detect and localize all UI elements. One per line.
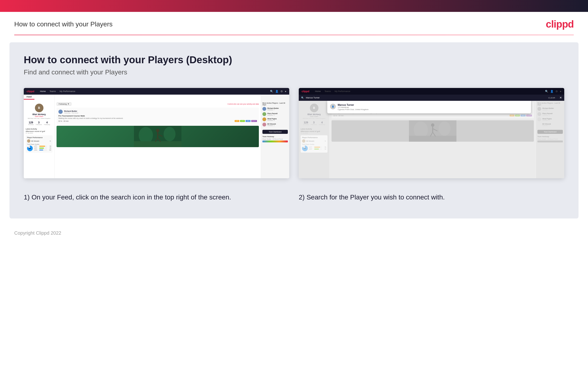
activity-user-1: Richard Butler Yesterday · The Grove bbox=[58, 110, 257, 114]
clear-button[interactable]: CLEAR bbox=[548, 97, 555, 99]
avatar-1: B bbox=[35, 104, 44, 112]
search-results-dropdown: 👤 Marcus Turner 1.5 Handicap Cypress Poi… bbox=[327, 101, 531, 113]
app-logo-2: clippd bbox=[302, 90, 309, 93]
right-panel-1: Most Active Players · Last 30 days Richa… bbox=[261, 95, 289, 178]
active-player-4: Eli Vincent Activities: 1 bbox=[263, 123, 288, 127]
svg-point-1 bbox=[139, 127, 153, 144]
bars-section-1: OTT 79 APP 70 bbox=[34, 146, 51, 151]
top-bar bbox=[0, 0, 588, 12]
team-heatmap-title-1: Team Heatmap bbox=[263, 136, 288, 138]
quality-score-1: 84 OTT 79 APP bbox=[27, 146, 51, 151]
header-divider bbox=[14, 35, 574, 35]
caption-text-1: 1) On your Feed, click on the search ico… bbox=[24, 193, 289, 202]
search-icon-2: 🔍 bbox=[545, 90, 548, 93]
profile-name-1: Blair McHarg bbox=[27, 113, 51, 116]
nav-icons-1: 🔍 👤 ⚙ ● bbox=[270, 90, 286, 93]
main-subheading: Find and connect with your Players bbox=[24, 68, 564, 76]
caption-1: 1) On your Feed, click on the search ico… bbox=[24, 190, 289, 204]
left-panel-2: B Blair McHarg Golf Coach Mill Ride Golf… bbox=[299, 95, 330, 178]
app-content-1: B Blair McHarg Golf Coach Mill Ride Golf… bbox=[24, 95, 289, 178]
nav-myperformance-1[interactable]: My Performance bbox=[60, 90, 75, 92]
middle-panel-1: Following ▼ Control who can see your act… bbox=[55, 95, 261, 178]
stat-following-1: 4 Following bbox=[44, 121, 50, 125]
caption-text-2: 2) Search for the Player you wish to con… bbox=[299, 193, 564, 202]
search-bar-overlay: 🔍 Marcus Turner CLEAR ✕ bbox=[299, 95, 564, 101]
pp-dropdown-1[interactable]: ▼ bbox=[49, 140, 51, 142]
following-row-1: Following ▼ Control who can see your act… bbox=[57, 102, 259, 106]
active-player-2: Piers Parnell Activities: 4 bbox=[263, 112, 288, 116]
tag-arg: ARG bbox=[246, 120, 251, 122]
nav-teams-1[interactable]: Teams bbox=[49, 90, 56, 92]
avatar-icon[interactable]: ● bbox=[285, 90, 286, 93]
screenshots-row: clippd Home Teams My Performance 🔍 👤 ⚙ ●… bbox=[24, 88, 564, 178]
bar-app-1: APP 70 bbox=[34, 147, 51, 149]
bar-ott-1: OTT 79 bbox=[34, 146, 51, 147]
screenshot-1: clippd Home Teams My Performance 🔍 👤 ⚙ ●… bbox=[24, 88, 289, 178]
search-query-text[interactable]: Marcus Turner bbox=[306, 97, 320, 99]
settings-icon-2: ⚙ bbox=[555, 90, 558, 93]
act-footer-1: 02 hr : 00 min OTT APP ARG PUTT bbox=[58, 120, 257, 122]
search-result-item[interactable]: 👤 Marcus Turner 1.5 Handicap Cypress Poi… bbox=[329, 103, 529, 111]
svg-point-11 bbox=[439, 121, 450, 136]
profile-role-1: Golf Coach bbox=[27, 116, 51, 117]
avatar-2: B bbox=[310, 104, 318, 112]
svg-point-2 bbox=[164, 127, 176, 141]
header: How to connect with your Players clippd bbox=[0, 12, 588, 35]
profile-club-1: Mill Ride Golf Club, United Kingdom bbox=[27, 118, 51, 119]
captions-row: 1) On your Feed, click on the search ico… bbox=[24, 190, 564, 204]
person-icon-2: 👤 bbox=[550, 90, 553, 93]
settings-icon[interactable]: ⚙ bbox=[281, 90, 283, 93]
right-panel-2: Most Active Players · Last 30 days Richa… bbox=[536, 95, 564, 178]
search-icon[interactable]: 🔍 bbox=[270, 90, 273, 93]
tag-app: APP bbox=[240, 120, 245, 122]
pp-avatar-1 bbox=[27, 139, 30, 143]
app-nav-1: clippd Home Teams My Performance 🔍 👤 ⚙ ● bbox=[24, 88, 289, 95]
heatmap-bar-1 bbox=[263, 140, 288, 142]
logo: clippd bbox=[546, 18, 574, 30]
act-tags-1: OTT APP ARG PUTT bbox=[235, 120, 257, 122]
search-result-avatar: 👤 bbox=[330, 104, 336, 109]
app-ui-2: clippd Home Teams My Performance 🔍 👤 ⚙ ●… bbox=[299, 88, 564, 178]
close-button[interactable]: ✕ bbox=[560, 96, 562, 99]
team-dashboard-button-1[interactable]: Team Dashboard bbox=[263, 130, 288, 134]
svg-point-10 bbox=[414, 121, 428, 138]
following-button-1[interactable]: Following ▼ bbox=[57, 102, 71, 106]
app-logo-1: clippd bbox=[26, 90, 34, 93]
page-title: How to connect with your Players bbox=[14, 20, 113, 28]
stat-activities-1: 129 Activities bbox=[28, 121, 34, 125]
activity-card-1: Richard Butler Yesterday · The Grove Pre… bbox=[57, 108, 259, 124]
player-perf-1: Player Performance Eli Vincent ▼ Total P… bbox=[26, 135, 53, 153]
ap-avatar-piers bbox=[263, 112, 266, 116]
search-result-name: Marcus Turner bbox=[338, 104, 369, 106]
heatmap-bar-2 bbox=[537, 140, 563, 142]
bar-arg-1: ARG 84 bbox=[34, 149, 51, 151]
search-icon-overlay: 🔍 bbox=[301, 97, 304, 99]
ap-avatar-eli bbox=[263, 123, 266, 127]
avatar-icon-2: ● bbox=[560, 90, 562, 93]
nav-icons-2: 🔍 👤 ⚙ ● bbox=[545, 90, 562, 93]
tag-putt: PUTT bbox=[251, 120, 257, 122]
control-link-1[interactable]: Control who can see your activity and da… bbox=[228, 103, 259, 105]
footer: Copyright Clippd 2022 bbox=[0, 226, 588, 240]
nav-home-2: Home bbox=[315, 90, 321, 92]
copyright-text: Copyright Clippd 2022 bbox=[14, 230, 61, 236]
nav-home-1[interactable]: Home bbox=[40, 90, 46, 92]
svg-point-4 bbox=[156, 129, 159, 132]
caption-2: 2) Search for the Player you wish to con… bbox=[299, 190, 564, 204]
app-ui-1: clippd Home Teams My Performance 🔍 👤 ⚙ ●… bbox=[24, 88, 289, 178]
act-avatar-1 bbox=[58, 110, 63, 114]
profile-card-1: B Blair McHarg Golf Coach Mill Ride Golf… bbox=[26, 102, 53, 127]
latest-activity-1: Latest Activity Afternoon round of golf … bbox=[26, 128, 53, 134]
ap-avatar-hiral bbox=[263, 118, 266, 121]
stat-followers-1: 3 Followers bbox=[36, 121, 42, 125]
tag-ott: OTT bbox=[235, 120, 239, 122]
pp-player-row-1: Eli Vincent ▼ bbox=[27, 139, 51, 143]
active-player-3: Hiral Pujara Activities: 3 bbox=[263, 118, 288, 121]
search-result-club: Cypress Point Club, United Kingdom bbox=[338, 108, 369, 110]
profile-card-2: B Blair McHarg Golf Coach Mill Ride Golf… bbox=[301, 102, 327, 127]
svg-point-13 bbox=[431, 123, 434, 127]
main-content: How to connect with your Players (Deskto… bbox=[9, 42, 579, 219]
active-player-1: Richard Butler Activities: 7 bbox=[263, 107, 288, 111]
feed-tab-1[interactable]: Feed bbox=[24, 95, 35, 100]
person-icon[interactable]: 👤 bbox=[275, 90, 279, 93]
